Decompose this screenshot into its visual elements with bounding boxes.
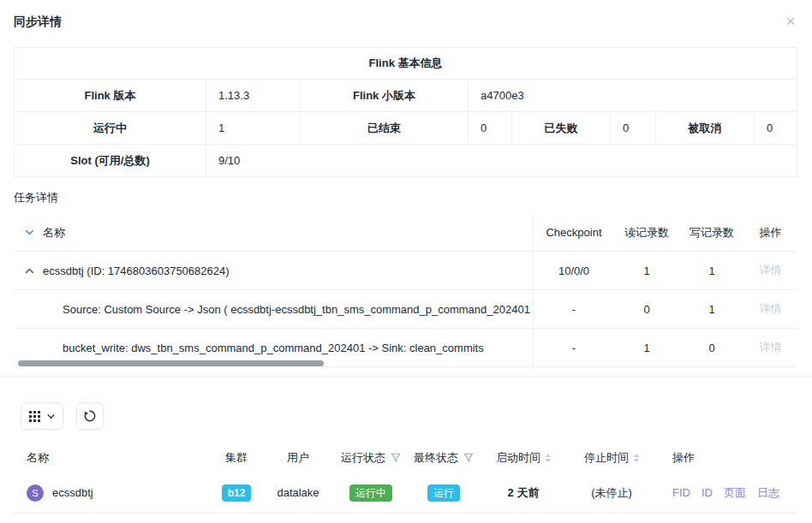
jobs-col-name: 名称 — [14, 450, 214, 466]
finished-label: 已结束 — [301, 112, 469, 145]
flink-version-value: 1.13.3 — [206, 80, 301, 112]
task-col-checkpoint: Checkpoint — [534, 226, 614, 239]
running-label: 运行中 — [15, 112, 206, 145]
jobs-col-stop-time: 停止时间 — [564, 450, 660, 466]
task-row-name: Source: Custom Source -> Json ( ecssdbtj… — [63, 303, 533, 316]
failed-label: 已失败 — [512, 112, 611, 145]
run-status-badge: 运行中 — [349, 484, 392, 502]
cluster-badge: b12 — [222, 484, 252, 502]
task-details-section-title: 任务详情 — [14, 190, 798, 205]
refresh-icon — [83, 409, 97, 423]
flink-info-title: Flink 基本信息 — [15, 48, 797, 80]
drawer-header: 同步详情 × — [0, 0, 812, 47]
id-link[interactable]: ID — [702, 486, 713, 499]
section-divider — [0, 376, 812, 377]
filter-funnel-icon[interactable] — [463, 453, 474, 463]
horizontal-scrollbar[interactable] — [18, 360, 324, 366]
final-status-badge: 运行 — [427, 484, 460, 502]
task-table-header-row: 名称 Checkpoint 读记录数 写记录数 操作 — [14, 214, 797, 252]
jobs-toolbar — [21, 402, 812, 430]
canceled-value: 0 — [755, 112, 797, 145]
collapse-row-chevron-up-icon[interactable] — [24, 265, 35, 276]
task-row-name: ecssdbtj (ID: 1746803603750682624) — [43, 264, 230, 277]
canceled-label: 被取消 — [656, 112, 755, 145]
task-row-name: bucket_write: dws_tbn_sms_command_p_comm… — [63, 342, 484, 354]
fid-link[interactable]: FID — [672, 486, 690, 499]
filter-funnel-icon[interactable] — [391, 453, 401, 463]
jobs-col-stop-time-label: 停止时间 — [584, 450, 629, 466]
chevron-down-icon — [46, 412, 56, 421]
jobs-col-user: 用户 — [259, 450, 337, 466]
page-link[interactable]: 页面 — [724, 485, 746, 501]
expand-all-chevron-down-icon[interactable] — [24, 227, 35, 238]
task-row-detail-link[interactable]: 详情 — [760, 341, 782, 354]
flink-minor-version-value: a4700e3 — [469, 80, 797, 112]
jobs-table-header-row: 名称 集群 用户 运行状态 最终状态 启动时间 停止时间 操作 — [14, 443, 797, 472]
task-col-name: 名称 — [43, 225, 65, 241]
avatar: S — [27, 484, 44, 502]
column-settings-button[interactable] — [21, 402, 63, 430]
page-title: 同步详情 — [14, 15, 62, 28]
failed-value: 0 — [611, 112, 656, 145]
jobs-col-start-time: 启动时间 — [483, 450, 564, 466]
jobs-col-run-status: 运行状态 — [337, 450, 404, 466]
task-row-checkpoint: - — [534, 303, 614, 316]
task-col-read-records: 读记录数 — [614, 225, 679, 241]
slot-label: Slot (可用/总数) — [15, 145, 206, 177]
task-col-write-records: 写记录数 — [679, 225, 744, 241]
task-row-write: 1 — [679, 303, 744, 316]
job-user: datalake — [259, 486, 337, 499]
jobs-col-run-status-label: 运行状态 — [341, 450, 385, 466]
log-link[interactable]: 日志 — [757, 485, 779, 501]
running-value: 1 — [206, 112, 301, 145]
task-row-parent: ecssdbtj (ID: 1746803603750682624) 10/0/… — [14, 252, 797, 290]
jobs-col-cluster: 集群 — [214, 450, 259, 466]
finished-value: 0 — [469, 112, 512, 145]
task-row-detail-link[interactable]: 详情 — [760, 264, 782, 276]
refresh-button[interactable] — [76, 402, 104, 430]
job-name: ecssdbtj — [52, 486, 93, 499]
jobs-col-start-time-label: 启动时间 — [496, 450, 540, 466]
task-row-write: 0 — [679, 342, 744, 354]
task-row-detail-link[interactable]: 详情 — [760, 302, 782, 315]
task-col-actions: 操作 — [744, 225, 797, 241]
jobs-col-actions: 操作 — [660, 450, 797, 466]
jobs-col-final-status-label: 最终状态 — [414, 450, 458, 466]
sort-carets-icon[interactable] — [546, 454, 551, 462]
job-stop-time: (未停止) — [564, 485, 660, 501]
job-start-time: 2 天前 — [483, 485, 564, 501]
task-row-source: Source: Custom Source -> Json ( ecssdbtj… — [14, 290, 797, 329]
grid-icon — [29, 411, 40, 422]
task-row-write: 1 — [679, 264, 744, 277]
task-row-read: 0 — [614, 303, 679, 316]
task-row-checkpoint: - — [534, 342, 614, 354]
slot-value: 9/10 — [206, 145, 797, 177]
task-row-read: 1 — [614, 264, 679, 277]
jobs-table-row: S ecssdbtj b12 datalake 运行中 运行 2 天前 (未停止… — [14, 472, 797, 514]
task-row-checkpoint: 10/0/0 — [534, 264, 614, 277]
sort-carets-icon[interactable] — [634, 454, 639, 462]
close-icon[interactable]: × — [781, 12, 800, 31]
task-details-table: 名称 Checkpoint 读记录数 写记录数 操作 ecssdbtj (ID:… — [14, 214, 797, 367]
task-row-read: 1 — [614, 342, 679, 354]
flink-info-table: Flink 基本信息 Flink 版本 1.13.3 Flink 小版本 a47… — [14, 47, 797, 177]
jobs-table: 名称 集群 用户 运行状态 最终状态 启动时间 停止时间 操作 S ecssdb… — [14, 443, 797, 514]
flink-minor-version-label: Flink 小版本 — [301, 80, 469, 112]
jobs-col-final-status: 最终状态 — [404, 450, 483, 466]
flink-version-label: Flink 版本 — [15, 80, 206, 112]
